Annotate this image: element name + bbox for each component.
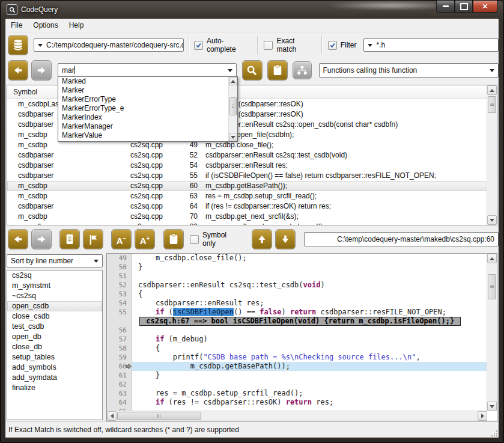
database-path-combobox[interactable]: C:/temp/codequery-master/codequery-src.d… xyxy=(34,38,184,52)
filter-checkbox[interactable] xyxy=(328,41,337,50)
close-button[interactable]: ✕ xyxy=(473,1,497,13)
scroll-up-button[interactable] xyxy=(229,77,237,85)
scroll-right-button[interactable] xyxy=(478,411,487,421)
maximize-button[interactable] xyxy=(455,1,473,13)
menu-options[interactable]: Options xyxy=(28,19,63,31)
title-bar[interactable]: CodeQuery ✕ xyxy=(1,1,503,19)
autocomplete-checkbox[interactable] xyxy=(194,41,203,50)
code-line[interactable]: 50} xyxy=(107,263,487,272)
scrollbar-thumb[interactable] xyxy=(488,96,496,113)
resize-grip[interactable] xyxy=(491,430,497,436)
scroll-up-button[interactable] xyxy=(487,85,497,95)
code-line[interactable]: 55 if (isCSDBFileOpen() == false) return… xyxy=(107,308,487,317)
minimize-button[interactable] xyxy=(436,1,455,13)
menu-file[interactable]: File xyxy=(5,19,28,31)
next-result-button[interactable] xyxy=(275,229,296,249)
code-line[interactable]: 64 if (res != csdbparser::resOK) return … xyxy=(107,398,487,407)
function-list-item[interactable]: add_symbols xyxy=(7,362,102,373)
popup-scrollbar[interactable] xyxy=(228,77,237,141)
symbol-only-option: Symbol only xyxy=(190,231,241,248)
table-row[interactable]: m_csdbpcs2sq.cpp63res = m_csdbp.setup_sr… xyxy=(7,191,497,201)
function-list-item[interactable]: open_db xyxy=(7,332,102,342)
cell-file: cs2sq.cpp xyxy=(124,201,178,212)
column-header-symbol[interactable]: Symbol xyxy=(7,88,37,96)
table-row[interactable]: csdbparsercs2sq.cpp55if (isCSDBFileOpen(… xyxy=(7,171,497,181)
suggestion-item[interactable]: MarkerValue xyxy=(58,131,229,140)
code-view[interactable]: 49 m_csdbp.close_file();50}5152csdbparse… xyxy=(107,254,487,411)
symbol-only-checkbox[interactable] xyxy=(190,235,199,244)
suggestion-item[interactable]: MarkerErrorType xyxy=(58,95,229,104)
table-row[interactable]: m_csdbpcs2sq.cpp80res = m_csdbp.setup_sy… xyxy=(7,222,497,225)
suggestion-item[interactable]: Marked xyxy=(58,77,229,86)
viewer-back-button[interactable] xyxy=(8,229,28,249)
scroll-down-button[interactable] xyxy=(487,402,497,411)
search-combobox[interactable]: mar xyxy=(58,63,237,78)
query-mode-combobox[interactable]: Functions calling this function xyxy=(319,63,499,78)
code-line[interactable]: 53{ xyxy=(107,290,487,299)
copy-symbol-button[interactable] xyxy=(163,229,184,249)
function-list-item[interactable]: finalize xyxy=(7,383,102,393)
editor-vertical-scrollbar[interactable] xyxy=(487,254,497,411)
open-file-button[interactable] xyxy=(59,229,80,249)
call-graph-button[interactable] xyxy=(293,61,312,79)
exact-match-checkbox[interactable] xyxy=(264,41,273,50)
code-line[interactable]: 63 res = m_csdbp.setup_srcfil_read(); xyxy=(107,389,487,398)
function-list-item[interactable]: close_csdb xyxy=(7,311,102,322)
mark-line-button[interactable] xyxy=(83,229,103,249)
code-line[interactable]: 49 m_csdbp.close_file(); xyxy=(107,254,487,263)
code-line[interactable]: 52csdbparser::enResult cs2sq::test_csdb(… xyxy=(107,281,487,290)
table-row[interactable]: csdbparsercs2sq.cpp64if (res != csdbpars… xyxy=(7,201,497,212)
table-row[interactable]: m_csdbpcs2sq.cpp70m_csdbp.get_next_srcfi… xyxy=(7,212,497,222)
viewer-forward-button[interactable] xyxy=(31,229,52,249)
code-line[interactable]: 60 m_csdbp.getBasePath()); xyxy=(107,362,487,371)
function-list-item[interactable]: add_symdata xyxy=(7,373,102,383)
scroll-down-button[interactable] xyxy=(487,215,497,225)
function-list-item[interactable]: cs2sq xyxy=(7,270,102,281)
autocomplete-label: Auto-complete xyxy=(207,37,247,53)
table-row[interactable]: m_csdbpcs2sq.cpp60m_csdbp.getBasePath())… xyxy=(7,181,497,191)
code-line[interactable]: 57 if (m_debug) xyxy=(107,335,487,344)
function-list-item[interactable]: close_db xyxy=(7,342,102,352)
search-query-value: mar xyxy=(62,66,75,75)
scrollbar-thumb[interactable] xyxy=(117,412,201,420)
suggestion-item[interactable]: MarkerManager xyxy=(58,122,229,131)
sort-mode-combobox[interactable]: Sort by line number xyxy=(7,254,103,267)
suggestion-item[interactable]: MarkerErrorType_e xyxy=(58,104,229,113)
code-line[interactable]: 61 } xyxy=(107,371,487,380)
code-line[interactable]: 54 csdbparser::enResult res; xyxy=(107,299,487,308)
function-list-item[interactable]: open_csdb xyxy=(7,301,102,311)
code-line[interactable]: 62 xyxy=(107,380,487,389)
filter-pattern-combobox[interactable]: *.h xyxy=(363,38,499,52)
font-decrease-button[interactable]: A− xyxy=(111,229,132,249)
scroll-up-button[interactable] xyxy=(487,254,497,263)
code-line[interactable]: 51 xyxy=(107,272,487,281)
results-vertical-scrollbar[interactable] xyxy=(487,85,497,225)
scroll-left-button[interactable] xyxy=(107,411,117,421)
function-list-item[interactable]: setup_tables xyxy=(7,352,102,362)
editor-horizontal-scrollbar[interactable] xyxy=(107,411,487,421)
open-database-button[interactable] xyxy=(8,35,28,55)
table-row[interactable]: csdbparsercs2sq.cpp54csdbparser::enResul… xyxy=(7,160,497,171)
font-increase-button[interactable]: A+ xyxy=(135,229,155,249)
menu-help[interactable]: Help xyxy=(64,19,90,31)
code-line[interactable]: 59 printf("CSDB base path = %s\nChecking… xyxy=(107,353,487,362)
history-back-button[interactable] xyxy=(8,60,28,81)
scroll-down-button[interactable] xyxy=(229,133,237,141)
code-line[interactable]: 58 { xyxy=(107,344,487,353)
function-list-item[interactable]: ~cs2sq xyxy=(7,291,102,301)
code-line[interactable]: 56 xyxy=(107,326,487,335)
suggestion-item[interactable]: MarkerIndex xyxy=(58,113,229,122)
triangle-down-icon xyxy=(490,219,494,222)
history-forward-button[interactable] xyxy=(31,60,52,81)
paste-search-button[interactable] xyxy=(267,60,288,81)
suggestion-item[interactable]: Marker xyxy=(58,86,229,95)
code-editor[interactable]: 49 m_csdbp.close_file();50}5152csdbparse… xyxy=(106,253,497,421)
function-list-item[interactable]: test_csdb xyxy=(7,322,102,332)
table-row[interactable]: csdbparsercs2sq.cpp52csdbparser::enResul… xyxy=(7,150,497,160)
search-button[interactable] xyxy=(242,60,263,81)
scrollbar-thumb[interactable] xyxy=(488,274,496,299)
scrollbar-thumb[interactable] xyxy=(229,97,237,115)
function-list-item[interactable]: m_symstmt xyxy=(7,281,102,291)
previous-result-button[interactable] xyxy=(252,229,272,249)
code-annotation-line[interactable]: cs2sq.h:67 ==> bool isCSDBFileOpen(void)… xyxy=(107,317,487,326)
